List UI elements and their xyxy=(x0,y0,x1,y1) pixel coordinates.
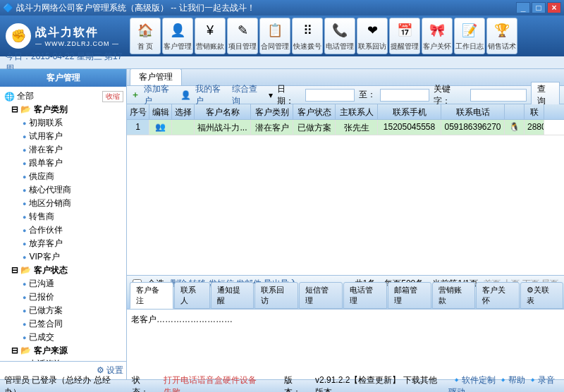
toolbar-btn-3[interactable]: ✎ 项目管理 xyxy=(227,18,258,54)
bottom-tab[interactable]: 联系回访 xyxy=(255,282,298,309)
cell: 福州战斗力... xyxy=(195,120,251,135)
bottom-tab[interactable]: 通知提醒 xyxy=(211,282,255,309)
客户关怀-icon: 🎀 xyxy=(427,20,447,40)
cell: 已做方案 xyxy=(293,120,336,135)
toolbar-btn-4[interactable]: 📋 合同管理 xyxy=(259,18,290,54)
table-row[interactable]: 1👥福州战斗力...潜在客户已做方案张先生1520504555805918639… xyxy=(127,120,564,135)
电话管理-icon: 📞 xyxy=(330,20,350,40)
col-header[interactable]: 主联系人 xyxy=(336,104,378,119)
keyword-input[interactable] xyxy=(470,89,527,102)
window-title: 战斗力网络公司客户管理系统（高级版） -- 让我们一起去战斗！ xyxy=(13,2,516,14)
note-content: 老客户……………………… xyxy=(127,309,564,379)
cell: 张先生 xyxy=(336,120,378,135)
tree-item[interactable]: ●核心代理商 xyxy=(3,183,123,197)
date-label: 日期： xyxy=(277,83,301,107)
tree-root[interactable]: 🌐 全部 收缩 xyxy=(3,90,123,103)
tree-item[interactable]: ●潜在客户 xyxy=(3,143,123,157)
dropdown-icon[interactable]: ▾ xyxy=(269,90,273,100)
col-header[interactable]: 序号 xyxy=(127,104,149,119)
tree-item[interactable]: ●VIP客户 xyxy=(3,250,123,264)
提醒管理-icon: 📅 xyxy=(395,20,415,40)
col-header[interactable]: 联系手机 xyxy=(378,104,441,119)
col-header[interactable]: 联 xyxy=(525,104,544,119)
close-button[interactable]: × xyxy=(547,2,561,13)
cell: 059186396270 xyxy=(441,120,505,135)
联系回访-icon: ❤ xyxy=(362,20,382,40)
col-header[interactable]: 选择 xyxy=(172,104,195,119)
cell: 🐧 xyxy=(505,120,525,135)
date-from-input[interactable] xyxy=(305,89,355,102)
my-customers-button[interactable]: 我的客户 xyxy=(195,83,228,107)
tree-item[interactable]: ●地区分销商 xyxy=(3,197,123,210)
tree-item[interactable]: ●合作伙伴 xyxy=(3,223,123,237)
toolbar-btn-1[interactable]: 👤 客户管理 xyxy=(162,18,193,54)
工作日志-icon: 📝 xyxy=(460,20,479,40)
toolbar-btn-5[interactable]: ⠿ 快速拨号 xyxy=(292,18,323,54)
cell: 潜在客户 xyxy=(251,120,293,135)
cell: 1 xyxy=(127,120,149,135)
tree-item[interactable]: ●已做方案 xyxy=(3,304,123,317)
col-header[interactable]: 客户状态 xyxy=(293,104,336,119)
toolbar-btn-9[interactable]: 🎀 客户关怀 xyxy=(422,18,453,54)
col-header[interactable]: 编辑 xyxy=(149,104,172,119)
bottom-tab[interactable]: 营销账款 xyxy=(432,282,476,309)
tree-item[interactable]: ●已沟通 xyxy=(3,277,123,290)
cell xyxy=(172,120,195,135)
status-link[interactable]: 帮助 xyxy=(508,375,525,385)
bottom-tab[interactable]: 电话管理 xyxy=(343,282,387,309)
tree-item[interactable]: ●已签合同 xyxy=(3,317,123,331)
tree-group[interactable]: ⊟ 📂 客户状态 xyxy=(3,264,123,277)
app-icon: 🔷 xyxy=(3,3,13,13)
status-state-msg: 打开电话语音盒硬件设备失败 xyxy=(164,374,263,393)
bottom-tab[interactable]: ⚙关联表 xyxy=(520,282,563,309)
bottom-tab[interactable]: 客户备注 xyxy=(130,282,173,309)
toolbar-btn-7[interactable]: ❤ 联系回访 xyxy=(357,18,388,54)
tree-item[interactable]: ●初期联系 xyxy=(3,116,123,130)
tree-item[interactable]: ●转售商 xyxy=(3,210,123,223)
status-link[interactable]: 软件定制 xyxy=(462,375,496,385)
bottom-tab[interactable]: 联系人 xyxy=(174,282,210,309)
tree-item[interactable]: ●试用客户 xyxy=(3,130,123,143)
status-link-icon: 🔹 xyxy=(527,375,538,385)
tree-item[interactable]: ●已成交 xyxy=(3,331,123,344)
status-state-label: 状态： xyxy=(132,374,154,393)
合同管理-icon: 📋 xyxy=(265,20,285,40)
col-header[interactable] xyxy=(505,104,525,119)
toolbar-btn-6[interactable]: 📞 电话管理 xyxy=(324,18,355,54)
logo-sub: — WWW.ZDLRJ.COM — xyxy=(35,40,119,47)
tree-item[interactable]: ●供应商 xyxy=(3,170,123,183)
my-customers-icon: 👤 xyxy=(180,90,191,100)
add-icon: ＋ xyxy=(131,89,140,101)
toolbar-btn-8[interactable]: 📅 提醒管理 xyxy=(389,18,420,54)
status-version-label: 版本： xyxy=(284,374,307,393)
toolbar-btn-11[interactable]: 🏆 销售话术 xyxy=(486,18,517,54)
date-to-label: 至： xyxy=(359,89,376,101)
toolbar-btn-2[interactable]: ¥ 营销账款 xyxy=(195,18,226,54)
collapse-button[interactable]: 收缩 xyxy=(102,91,123,102)
add-customer-button[interactable]: 添加客户 xyxy=(144,83,176,107)
tree-group[interactable]: ⊟ 📂 客户类别 xyxy=(3,103,123,116)
sidebar-title: 客户管理 xyxy=(0,69,126,87)
bottom-tab[interactable]: 客户关怀 xyxy=(476,282,520,309)
col-header[interactable]: 联系电话 xyxy=(441,104,505,119)
minimize-button[interactable]: _ xyxy=(516,2,530,13)
col-header[interactable]: 客户类别 xyxy=(251,104,293,119)
bottom-tab[interactable]: 短信管理 xyxy=(299,282,343,309)
logo-icon: ✊ xyxy=(6,23,31,49)
col-header[interactable]: 客户名称 xyxy=(195,104,251,119)
logo-main: 战斗力软件 xyxy=(35,25,119,40)
首 页-icon: 🏠 xyxy=(135,20,155,40)
toolbar-btn-10[interactable]: 📝 工作日志 xyxy=(454,18,485,54)
maximize-button[interactable]: □ xyxy=(532,2,546,13)
tree-group[interactable]: ⊟ 📂 客户来源 xyxy=(3,344,123,357)
toolbar-btn-0[interactable]: 🏠 首 页 xyxy=(130,18,161,54)
tree-item[interactable]: ●跟单客户 xyxy=(3,157,123,170)
adv-search-button[interactable]: 综合查询 xyxy=(232,83,264,107)
tree-item[interactable]: ●已报价 xyxy=(3,290,123,304)
项目管理-icon: ✎ xyxy=(233,20,252,40)
tree-item[interactable]: ●放弃客户 xyxy=(3,237,123,250)
date-to-input[interactable] xyxy=(380,89,429,102)
营销账款-icon: ¥ xyxy=(200,20,220,40)
bottom-tab[interactable]: 邮箱管理 xyxy=(388,282,431,309)
客户管理-icon: 👤 xyxy=(168,20,188,40)
